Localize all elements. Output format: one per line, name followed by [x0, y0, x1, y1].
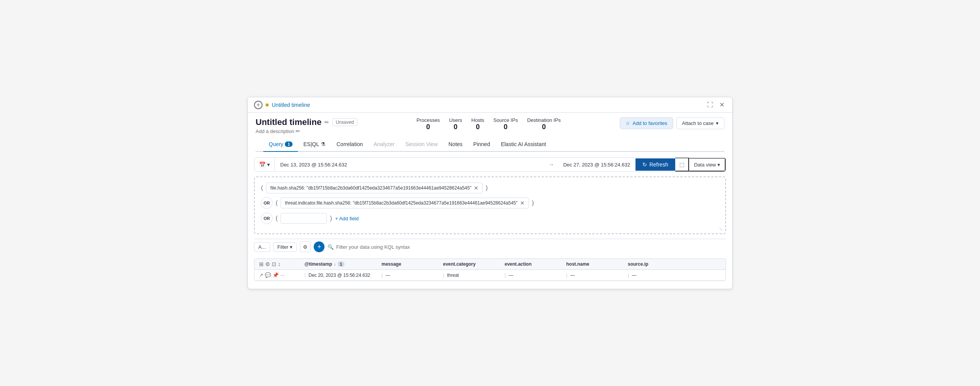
separator: | — [628, 273, 629, 278]
filter-search-area: 🔍 Filter your data using KQL syntax — [328, 244, 726, 250]
comment-row-icon[interactable]: 💬 — [265, 272, 271, 278]
stat-source-ips: Source IPs 0 — [493, 117, 518, 131]
tab-elastic-ai[interactable]: Elastic AI Assistant — [495, 137, 552, 152]
columns-icon[interactable]: ⊞ — [259, 261, 264, 267]
tab-session-view[interactable]: Session View — [400, 137, 443, 152]
tab-analyzer[interactable]: Analyzer — [368, 137, 400, 152]
td-source-ip-value: — — [632, 273, 636, 278]
td-host-name-value: — — [570, 273, 575, 278]
header-actions: ☆ Add to favorites Attach to case ▾ — [620, 117, 724, 129]
fullscreen-button[interactable]: ⛶ — [706, 100, 715, 109]
stat-users-value: 0 — [449, 123, 462, 131]
filter-placeholder: Filter your data using KQL syntax — [336, 244, 410, 250]
pin-row-icon[interactable]: 📌 — [273, 272, 279, 278]
edit-description-icon[interactable]: ✏ — [296, 128, 300, 134]
timeline-title: Untitled timeline — [256, 117, 321, 127]
sort-down-icon: ↓ — [334, 261, 336, 267]
or-badge-1: OR — [261, 197, 273, 209]
tab-query[interactable]: Query 1 — [263, 137, 298, 152]
add-to-favorites-button[interactable]: ☆ Add to favorites — [620, 117, 673, 129]
stat-processes-value: 0 — [416, 123, 440, 131]
tab-elastic-ai-label: Elastic AI Assistant — [501, 141, 546, 147]
th-timestamp-badge: 1 — [338, 261, 345, 267]
empty-filter-input[interactable] — [281, 213, 327, 224]
calendar-button[interactable]: 📅 ▾ — [254, 158, 275, 171]
stat-source-ips-value: 0 — [493, 123, 518, 131]
td-host-name: | — — [563, 273, 625, 278]
th-message[interactable]: message — [378, 261, 440, 267]
refresh-label: Refresh — [649, 161, 668, 168]
filter-button[interactable]: Filter ▾ — [273, 242, 297, 252]
tab-session-view-label: Session View — [405, 141, 438, 147]
plus-icon: + — [317, 243, 321, 251]
data-view-label: Data view — [694, 162, 716, 168]
add-filter-button[interactable]: + — [314, 241, 324, 252]
grid-icon[interactable]: ⊡ — [272, 261, 276, 267]
tab-pinned[interactable]: Pinned — [468, 137, 496, 152]
tab-correlation[interactable]: Correlation — [331, 137, 368, 152]
td-event-action-value: — — [508, 273, 513, 278]
calendar-icon: 📅 — [259, 161, 266, 168]
query-chip-2-value: threat.indicator.file.hash.sha256: "db15… — [285, 200, 517, 206]
query-chip-1-remove[interactable]: ✕ — [474, 185, 478, 191]
tab-esql[interactable]: ES|QL ⚗ — [298, 137, 331, 152]
th-source-ip-label: source.ip — [628, 261, 648, 267]
tab-pinned-label: Pinned — [473, 141, 490, 147]
date-end-value: Dec 27, 2023 @ 15:56:24.632 — [563, 162, 630, 168]
open-paren-3: ( — [276, 215, 278, 222]
expand-row-icon[interactable]: ↗ — [259, 272, 263, 278]
add-field-button[interactable]: + Add field — [335, 216, 359, 221]
filter-label: Filter — [278, 244, 289, 250]
add-tab-button[interactable]: + — [254, 101, 263, 109]
attach-to-case-button[interactable]: Attach to case ▾ — [676, 117, 724, 129]
resize-handle[interactable]: ⤡ — [719, 226, 723, 232]
attach-to-case-label: Attach to case — [682, 120, 714, 126]
query-row-1: ( file.hash.sha256: "db15f715b8ac2b3da60… — [261, 183, 719, 193]
add-to-favorites-label: Add to favorites — [632, 120, 667, 126]
table-header-row: ⊞ ⚙ ⊡ ↕ @timestamp ↓ 1 message event.cat… — [254, 259, 726, 270]
or-badge-2: OR — [261, 213, 273, 224]
tab-analyzer-label: Analyzer — [374, 141, 395, 147]
td-message-value: — — [385, 273, 390, 278]
th-timestamp[interactable]: @timestamp ↓ 1 — [301, 261, 378, 267]
th-event-category[interactable]: event.category — [440, 261, 502, 267]
refresh-icon: ↻ — [642, 161, 647, 168]
unsaved-badge: Unsaved — [332, 118, 357, 126]
close-button[interactable]: ✕ — [718, 100, 726, 109]
filter-settings-button[interactable]: ⚙ — [300, 241, 311, 252]
sort-up-icon[interactable]: ↕ — [278, 261, 281, 267]
row-actions: ↗ 💬 📌 ··· — [259, 272, 301, 278]
th-host-name[interactable]: host.name — [563, 261, 625, 267]
save-date-button[interactable]: ⬚ — [675, 158, 689, 171]
th-source-ip[interactable]: source.ip — [625, 261, 721, 267]
filter-a-button[interactable]: A... — [254, 242, 270, 252]
edit-title-icon[interactable]: ✏ — [324, 119, 329, 125]
stat-destination-ips-label: Destination IPs — [527, 117, 560, 123]
date-end-input[interactable]: Dec 27, 2023 @ 15:56:24.632 — [558, 159, 635, 171]
data-view-chevron: ▾ — [717, 162, 720, 168]
add-field-label: + Add field — [335, 216, 359, 221]
data-view-button[interactable]: Data view ▾ — [689, 158, 726, 171]
unsaved-dot — [266, 103, 269, 106]
top-bar: + Untitled timeline ⛶ ✕ — [248, 97, 732, 113]
table-col-controls: ⊞ ⚙ ⊡ ↕ — [259, 261, 301, 267]
more-row-icon[interactable]: ··· — [280, 272, 284, 278]
td-source-ip: | — — [625, 273, 721, 278]
header-top: Untitled timeline ✏ Unsaved Add a descri… — [256, 117, 724, 134]
query-chip-2-remove[interactable]: ✕ — [520, 200, 525, 206]
td-timestamp: | Dec 20, 2023 @ 15:56:24.632 — [301, 273, 378, 278]
open-paren-1: ( — [261, 185, 263, 191]
refresh-button[interactable]: ↻ Refresh — [635, 158, 675, 171]
date-arrow-icon: → — [545, 161, 558, 168]
th-event-action[interactable]: event.action — [502, 261, 563, 267]
tab-notes-label: Notes — [448, 141, 463, 147]
flask-icon: ⚗ — [321, 141, 326, 147]
top-bar-title: Untitled timeline — [272, 102, 702, 108]
td-event-category-value: threat — [447, 273, 459, 278]
tab-notes[interactable]: Notes — [443, 137, 468, 152]
date-start-input[interactable]: Dec 13, 2023 @ 15:56:24.632 — [275, 159, 545, 171]
search-icon: 🔍 — [328, 244, 334, 250]
stat-processes: Processes 0 — [416, 117, 440, 131]
settings-icon[interactable]: ⚙ — [265, 261, 270, 267]
tabs-bar: Query 1 ES|QL ⚗ Correlation Analyzer Ses… — [256, 137, 724, 152]
